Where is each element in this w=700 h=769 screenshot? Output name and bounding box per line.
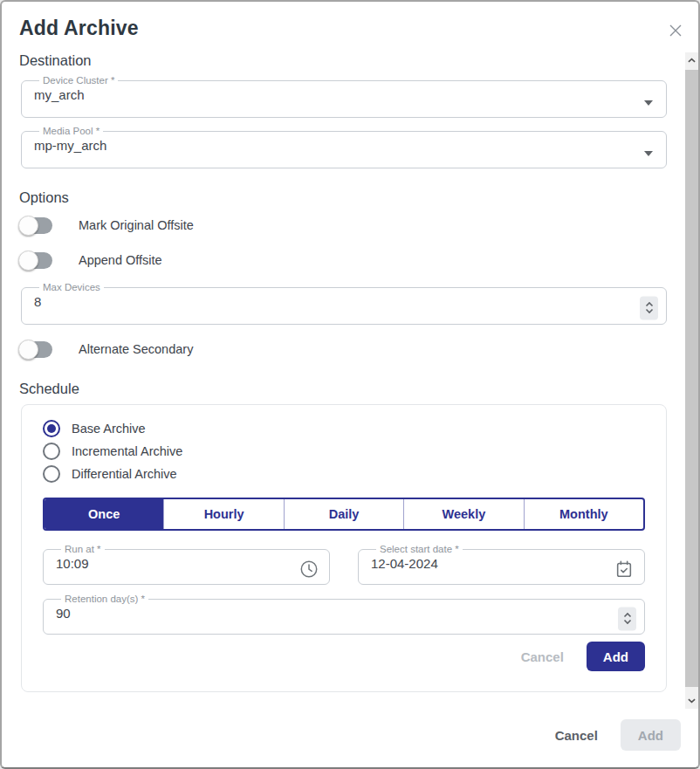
scroll-down-icon[interactable] bbox=[685, 693, 698, 709]
radio-label: Incremental Archive bbox=[72, 444, 182, 458]
tab-weekly[interactable]: Weekly bbox=[403, 499, 523, 529]
media-pool-select[interactable]: Media Pool * mp-my_arch bbox=[21, 127, 667, 168]
add-button-disabled[interactable]: Add bbox=[621, 719, 681, 751]
scrollbar-thumb[interactable] bbox=[685, 70, 698, 687]
run-at-input[interactable]: Run at * 10:09 bbox=[43, 545, 330, 585]
device-cluster-label: Device Cluster * bbox=[39, 76, 118, 85]
scroll-up-icon[interactable] bbox=[685, 52, 698, 68]
close-icon[interactable] bbox=[667, 22, 684, 39]
up-down-stepper-icon[interactable] bbox=[618, 607, 636, 630]
radio-base-archive[interactable]: Base Archive bbox=[43, 417, 645, 440]
append-offsite-toggle[interactable] bbox=[19, 251, 52, 270]
toggle-label: Mark Original Offsite bbox=[79, 218, 194, 232]
alternate-secondary-toggle[interactable] bbox=[19, 340, 52, 359]
device-cluster-value: my_arch bbox=[34, 87, 654, 102]
max-devices-value: 8 bbox=[34, 294, 654, 309]
options-heading: Options bbox=[19, 189, 680, 206]
tab-monthly[interactable]: Monthly bbox=[524, 499, 643, 529]
alternate-secondary-row: Alternate Secondary bbox=[19, 339, 680, 360]
toggle-thumb bbox=[18, 340, 38, 360]
max-devices-label: Max Devices bbox=[39, 283, 104, 292]
media-pool-value: mp-my_arch bbox=[34, 138, 654, 153]
radio-icon[interactable] bbox=[43, 465, 60, 483]
dialog-footer: Cancel Add bbox=[555, 719, 681, 751]
retention-days-label: Retention day(s) * bbox=[61, 594, 148, 603]
retention-days-input[interactable]: Retention day(s) * 90 bbox=[43, 594, 645, 635]
start-date-label: Select start date * bbox=[376, 545, 463, 553]
add-archive-dialog: Add Archive Destination Device Cluster *… bbox=[0, 0, 700, 769]
frequency-tabbar: Once Hourly Daily Weekly Monthly bbox=[43, 498, 645, 531]
device-cluster-select[interactable]: Device Cluster * my_arch bbox=[21, 76, 667, 118]
chevron-down-icon[interactable] bbox=[644, 151, 653, 156]
radio-icon[interactable] bbox=[43, 443, 60, 460]
radio-label: Base Archive bbox=[72, 422, 146, 436]
schedule-add-button[interactable]: Add bbox=[587, 642, 645, 671]
chevron-down-icon[interactable] bbox=[644, 100, 653, 106]
retention-days-value: 90 bbox=[56, 606, 632, 621]
radio-label: Differential Archive bbox=[72, 467, 177, 481]
toggle-thumb bbox=[18, 251, 38, 271]
start-date-input[interactable]: Select start date * 12-04-2024 bbox=[358, 545, 645, 585]
clock-icon[interactable] bbox=[299, 560, 319, 579]
mark-original-offsite-row: Mark Original Offsite bbox=[19, 215, 680, 236]
cancel-button[interactable]: Cancel bbox=[555, 728, 598, 743]
tab-once[interactable]: Once bbox=[45, 499, 163, 529]
append-offsite-row: Append Offsite bbox=[19, 250, 680, 271]
start-date-value: 12-04-2024 bbox=[371, 556, 632, 571]
schedule-card: Base Archive Incremental Archive Differe… bbox=[21, 404, 667, 692]
tab-hourly[interactable]: Hourly bbox=[163, 499, 283, 529]
destination-heading: Destination bbox=[19, 52, 680, 69]
toggle-thumb bbox=[18, 216, 38, 236]
media-pool-label: Media Pool * bbox=[39, 127, 103, 135]
run-at-label: Run at * bbox=[61, 545, 105, 553]
vertical-scrollbar[interactable] bbox=[685, 52, 698, 709]
up-down-stepper-icon[interactable] bbox=[640, 296, 658, 319]
toggle-label: Append Offsite bbox=[79, 253, 162, 267]
tab-daily[interactable]: Daily bbox=[284, 499, 403, 529]
max-devices-input[interactable]: Max Devices 8 bbox=[21, 283, 667, 325]
page-title: Add Archive bbox=[19, 17, 698, 40]
calendar-check-icon[interactable] bbox=[614, 560, 634, 579]
run-at-value: 10:09 bbox=[56, 556, 317, 571]
schedule-heading: Schedule bbox=[19, 381, 680, 397]
radio-icon[interactable] bbox=[43, 420, 60, 437]
toggle-label: Alternate Secondary bbox=[79, 342, 193, 356]
radio-incremental-archive[interactable]: Incremental Archive bbox=[43, 440, 645, 463]
schedule-cancel-button[interactable]: Cancel bbox=[521, 649, 564, 664]
mark-original-offsite-toggle[interactable] bbox=[19, 216, 52, 235]
radio-differential-archive[interactable]: Differential Archive bbox=[43, 463, 645, 485]
